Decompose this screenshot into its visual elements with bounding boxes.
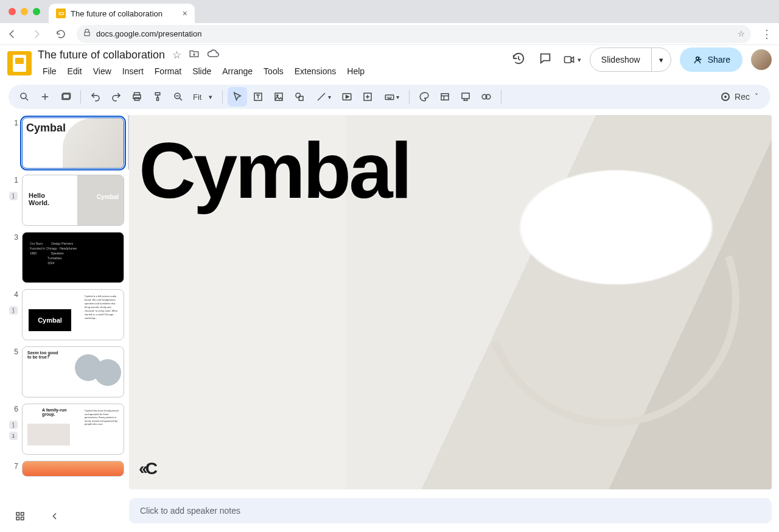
slide-number: 7 [10, 461, 18, 471]
history-icon[interactable] [509, 52, 528, 68]
nav-back-button[interactable] [4, 26, 21, 43]
menu-edit[interactable]: Edit [63, 64, 87, 79]
meet-button[interactable]: ▾ [563, 53, 581, 66]
record-button[interactable]: Rec ˅ [715, 92, 764, 102]
slideshow-more-button[interactable]: ▾ [651, 48, 671, 71]
svg-rect-9 [275, 93, 282, 100]
chevron-down-icon: ▾ [396, 94, 399, 100]
insert-image-button[interactable] [269, 87, 288, 107]
account-avatar[interactable] [751, 49, 772, 70]
svg-point-11 [296, 93, 301, 98]
star-outline-icon[interactable]: ☆ [172, 49, 181, 61]
svg-rect-0 [564, 57, 571, 63]
print-button[interactable] [127, 87, 147, 107]
zoom-select[interactable]: Fit ▾ [189, 87, 217, 107]
transition-button[interactable] [477, 87, 496, 107]
slide-thumbnail[interactable]: 4⟆CymbalCymbal is a full-service audio b… [10, 289, 124, 340]
menu-insert[interactable]: Insert [117, 64, 148, 79]
share-button[interactable]: Share [680, 47, 742, 72]
slide-thumbnail[interactable]: 6⟆1A family-rungroup.Cymbal has been fam… [10, 404, 124, 455]
cloud-saved-icon[interactable] [207, 47, 219, 63]
filmstrip-footer [15, 511, 60, 523]
record-dot-icon [721, 93, 730, 101]
layout-button[interactable] [435, 87, 455, 107]
theme-button[interactable] [456, 87, 475, 107]
toolbar: Fit ▾ ▾ ▾ Rec ˅ [9, 85, 770, 109]
svg-rect-16 [441, 94, 449, 100]
chevron-down-icon: ▾ [578, 56, 581, 64]
slide-thumbnail[interactable]: 5Seem too goodto be true? [10, 346, 124, 397]
filmstrip[interactable]: 1Cymbal1⟆HelloWorld.Cymbal3Our Story Des… [0, 115, 129, 532]
thumbnail-canvas: HelloWorld.Cymbal [22, 175, 124, 226]
insert-comment-button[interactable] [358, 87, 377, 107]
new-slide-layout-button[interactable] [56, 87, 75, 107]
menu-file[interactable]: File [38, 64, 61, 79]
svg-point-10 [277, 95, 278, 96]
browser-menu-button[interactable]: ⋮ [758, 27, 775, 41]
input-tools-button[interactable]: ▾ [379, 87, 404, 107]
bookmark-star-icon[interactable]: ☆ [738, 29, 745, 38]
zoom-value: Fit [193, 93, 201, 102]
toolbar-separator [80, 90, 81, 103]
nav-forward-button[interactable] [28, 26, 45, 43]
browser-tab-strip: ▭ The future of collaboration × [0, 0, 779, 23]
collapse-filmstrip-button[interactable] [50, 511, 60, 523]
comments-icon[interactable] [536, 52, 554, 68]
tab-close-button[interactable]: × [183, 9, 187, 18]
insert-shape-button[interactable] [290, 87, 309, 107]
toolbar-separator [409, 90, 410, 103]
undo-button[interactable] [86, 87, 105, 107]
doc-title[interactable]: The future of collaboration [38, 49, 165, 61]
slide-thumbnail[interactable]: 1⟆HelloWorld.Cymbal [10, 175, 124, 226]
insert-video-button[interactable] [337, 87, 357, 107]
menu-help[interactable]: Help [342, 64, 369, 79]
menu-format[interactable]: Format [150, 64, 186, 79]
doc-header: The future of collaboration ☆ FileEditVi… [38, 47, 369, 79]
grid-view-button[interactable] [15, 511, 26, 523]
window-zoom-button[interactable] [33, 8, 40, 15]
slide-canvas[interactable]: Cymbal ‹‹C [129, 115, 772, 489]
slide-number: 5 [10, 346, 18, 356]
slide-logo-mark[interactable]: ‹‹C [139, 459, 155, 478]
address-bar[interactable]: docs.google.com/presentation ☆ [77, 25, 751, 43]
address-url: docs.google.com/presentation [96, 29, 201, 38]
slide-number: 6 [10, 404, 18, 413]
chevron-down-icon: ˅ [755, 93, 758, 101]
select-tool-button[interactable] [228, 87, 247, 107]
window-minimize-button[interactable] [21, 8, 28, 15]
thumbnail-canvas: Cymbal [22, 117, 124, 169]
slide-title-text[interactable]: Cymbal [139, 131, 410, 210]
new-slide-button[interactable] [35, 87, 55, 107]
menu-slide[interactable]: Slide [187, 64, 216, 79]
paint-format-button[interactable] [148, 87, 167, 107]
svg-rect-22 [16, 517, 19, 520]
tab-title: The future of collaboration [71, 9, 178, 18]
slides-logo-icon[interactable] [7, 51, 32, 75]
menu-view[interactable]: View [88, 64, 116, 79]
search-menus-button[interactable] [15, 87, 34, 107]
menu-arrange[interactable]: Arrange [217, 64, 257, 79]
slides-app: The future of collaboration ☆ FileEditVi… [0, 45, 779, 532]
slide-thumbnail[interactable]: 1Cymbal [10, 117, 124, 169]
slide-thumbnail[interactable]: 3Our Story Design Partners Founded in Ch… [10, 232, 124, 283]
window-controls [0, 0, 49, 23]
menu-tools[interactable]: Tools [259, 64, 288, 79]
chevron-down-icon: ▾ [209, 93, 212, 101]
speaker-notes-input[interactable]: Click to add speaker notes [129, 498, 772, 523]
thumbnail-canvas: Our Story Design Partners Founded in Chi… [22, 232, 124, 283]
zoom-out-button[interactable] [169, 87, 188, 107]
window-close-button[interactable] [9, 8, 16, 15]
slide-number: 4 [10, 289, 18, 299]
browser-tab[interactable]: ▭ The future of collaboration × [49, 4, 195, 23]
menu-extensions[interactable]: Extensions [290, 64, 341, 79]
textbox-button[interactable] [248, 87, 268, 107]
speaker-notes-placeholder: Click to add speaker notes [140, 506, 240, 516]
slide-thumbnail[interactable]: 7 [10, 461, 124, 477]
redo-button[interactable] [107, 87, 126, 107]
thumbnail-canvas: Seem too goodto be true? [22, 346, 124, 397]
nav-reload-button[interactable] [52, 26, 69, 43]
background-button[interactable] [414, 87, 434, 107]
move-folder-icon[interactable] [189, 48, 200, 62]
insert-line-button[interactable]: ▾ [310, 87, 336, 107]
slideshow-button[interactable]: Slideshow [590, 48, 651, 71]
